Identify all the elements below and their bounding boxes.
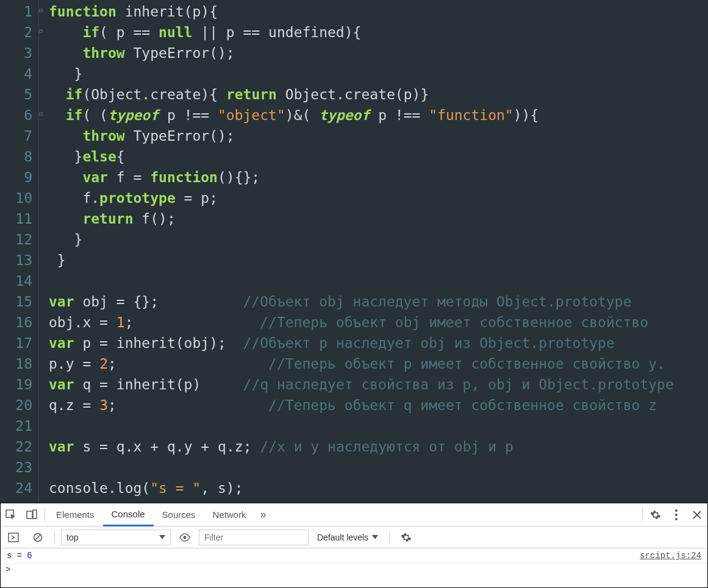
code-line[interactable]: throw TypeError(); (49, 126, 708, 146)
code-line[interactable]: obj.x = 1; //Теперь объект obj имеет соб… (49, 312, 708, 333)
line-number: 21 (2, 416, 32, 436)
tabs-overflow-icon[interactable]: » (255, 508, 272, 521)
line-number: 1 (2, 1, 32, 22)
line-number-gutter: 123456789101112131415161718192021222324 (0, 0, 39, 503)
line-number: 16 (2, 312, 32, 333)
code-line[interactable]: if( (typeof p !== "object")&( typeof p !… (49, 105, 708, 126)
svg-point-4 (675, 514, 678, 516)
line-number: 10 (2, 188, 32, 208)
line-number: 17 (2, 333, 32, 353)
inspect-element-icon[interactable] (1, 503, 21, 526)
kebab-menu-icon[interactable] (666, 503, 687, 526)
line-number: 9 (2, 167, 32, 188)
code-line[interactable]: } (49, 63, 708, 84)
code-line[interactable] (49, 271, 708, 291)
console-output[interactable]: s = 6 srcipt.js:24 > (1, 548, 707, 587)
svg-point-3 (675, 509, 678, 512)
line-number: 8 (2, 146, 32, 167)
code-line[interactable]: }else{ (49, 146, 708, 167)
code-line[interactable] (49, 416, 708, 436)
code-line[interactable]: } (49, 250, 708, 271)
devtools-panel: Elements Console Sources Network » top (0, 503, 708, 588)
console-toolbar: top Default levels (1, 526, 707, 548)
code-editor[interactable]: 123456789101112131415161718192021222324 … (0, 0, 708, 503)
console-prompt[interactable]: > (1, 564, 707, 576)
fold-column: ⊟ ⊟ ⊟ (39, 0, 48, 503)
tab-sources[interactable]: Sources (154, 503, 204, 526)
code-line[interactable]: function inherit(p){ (49, 1, 708, 22)
line-number: 14 (2, 271, 32, 291)
fold-marker-icon[interactable]: ⊟ (39, 7, 45, 13)
line-number: 20 (2, 395, 32, 416)
live-expression-icon[interactable] (174, 526, 195, 549)
code-line[interactable]: var s = q.x + q.y + q.z; //x и y наследу… (49, 436, 708, 457)
log-source-link[interactable]: srcipt.js:24 (640, 551, 701, 561)
line-number: 18 (2, 353, 32, 374)
code-line[interactable] (49, 457, 708, 478)
gear-icon[interactable] (645, 503, 666, 526)
line-number: 19 (2, 374, 32, 395)
code-line[interactable]: var obj = {}; //Объект obj наследует мет… (49, 291, 708, 312)
filter-input[interactable] (199, 530, 309, 545)
tab-elements[interactable]: Elements (48, 503, 103, 526)
fold-marker-icon[interactable]: ⊟ (39, 111, 45, 117)
code-line[interactable]: var p = inherit(obj); //Объект p наследу… (49, 333, 708, 353)
execution-context-label: top (66, 533, 78, 542)
line-number: 24 (2, 478, 32, 498)
chevron-down-icon (159, 535, 165, 539)
chevron-down-icon (372, 535, 378, 539)
tab-network[interactable]: Network (204, 503, 255, 526)
code-line[interactable]: p.y = 2; //Теперь объект p имеет собстве… (49, 353, 708, 374)
log-levels-label: Default levels (317, 533, 368, 542)
log-label: s = (7, 551, 22, 561)
svg-rect-2 (33, 510, 37, 519)
devtools-tab-bar: Elements Console Sources Network » (1, 503, 707, 526)
code-line[interactable]: console.log("s = ", s); (49, 478, 708, 498)
log-levels-selector[interactable]: Default levels (312, 533, 383, 542)
code-area[interactable]: function inherit(p){ if( p == null || p … (39, 0, 708, 498)
code-line[interactable]: if(Object.create){ return Object.create(… (49, 84, 708, 105)
close-icon[interactable] (687, 503, 707, 526)
svg-rect-1 (27, 511, 32, 519)
line-number: 13 (2, 250, 32, 271)
code-line[interactable]: throw TypeError(); (49, 43, 708, 63)
line-number: 12 (2, 229, 32, 250)
console-settings-gear-icon[interactable] (396, 526, 417, 549)
execution-context-selector[interactable]: top (61, 530, 171, 545)
line-number: 6 (2, 105, 32, 126)
line-number: 2 (2, 22, 32, 43)
line-number: 22 (2, 436, 32, 457)
code-line[interactable]: var f = function(){}; (49, 167, 708, 188)
console-sidebar-toggle-icon[interactable] (3, 526, 24, 549)
device-toolbar-icon[interactable] (21, 503, 42, 526)
code-line[interactable]: } (49, 229, 708, 250)
code-line[interactable]: return f(); (49, 208, 708, 229)
line-number: 11 (2, 208, 32, 229)
line-number: 15 (2, 291, 32, 312)
tab-console[interactable]: Console (103, 503, 154, 526)
console-log-row: s = 6 srcipt.js:24 (1, 548, 707, 564)
line-number: 5 (2, 84, 32, 105)
line-number: 3 (2, 43, 32, 63)
log-value: 6 (27, 551, 32, 561)
fold-marker-icon[interactable]: ⊟ (39, 28, 45, 34)
svg-line-8 (35, 534, 41, 540)
code-line[interactable]: q.z = 3; //Теперь объект q имеет собстве… (49, 395, 708, 416)
line-number: 7 (2, 126, 32, 146)
svg-point-5 (675, 518, 678, 520)
line-number: 23 (2, 457, 32, 478)
clear-console-icon[interactable] (27, 526, 48, 549)
svg-point-9 (184, 536, 187, 539)
code-line[interactable]: f.prototype = p; (49, 188, 708, 208)
line-number: 4 (2, 63, 32, 84)
code-line[interactable]: var q = inherit(p) //q наследует свойств… (49, 374, 708, 395)
code-line[interactable]: if( p == null || p == undefined){ (49, 22, 708, 43)
